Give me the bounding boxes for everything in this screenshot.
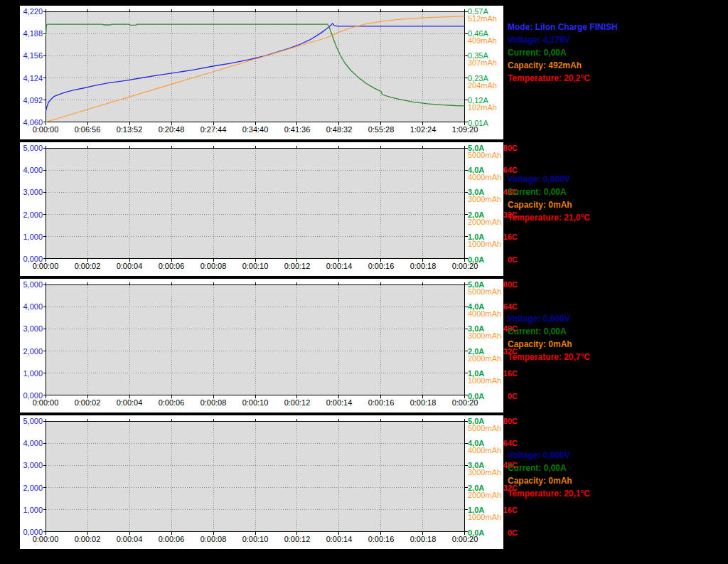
capacity-axis-label: 5000mAh <box>468 151 501 159</box>
y-axis-label: 4,092 <box>21 97 43 105</box>
legend-line: Current: 0,00A <box>508 325 590 338</box>
x-axis-label: 0:13:52 <box>108 126 151 134</box>
capacity-axis-label: 2000mAh <box>468 491 501 499</box>
y-axis-label: 3,000 <box>21 462 43 469</box>
x-axis-label: 0:00:10 <box>234 536 277 543</box>
capacity-axis-label: 2000mAh <box>468 218 501 226</box>
x-axis-label: 0:48:32 <box>318 126 360 134</box>
x-axis-label: 0:06:56 <box>66 126 109 134</box>
x-axis-label: 0:00:10 <box>234 399 277 407</box>
capacity-axis-label: 4000mAh <box>468 310 501 318</box>
legend-line: Capacity: 0mAh <box>508 198 590 211</box>
temp-axis-label: 0C <box>468 256 518 264</box>
y-axis-label: 4,000 <box>21 440 43 447</box>
legend-line: Capacity: 492mAh <box>508 59 618 72</box>
y-axis-label: 4,156 <box>21 52 43 60</box>
y-axis-label: 4,000 <box>21 166 43 174</box>
x-axis-label: 0:27:44 <box>192 126 235 134</box>
y-axis-label: 3,000 <box>21 325 43 333</box>
chart-panel-3: 5,0004,0003,0002,0001,0000,0000:00:000:0… <box>20 279 503 413</box>
capacity-axis-label: 5000mAh <box>468 288 501 296</box>
capacity-axis-label: 307mAh <box>468 59 497 67</box>
capacity-axis-label: 4000mAh <box>468 174 501 181</box>
chart-legend-1: Mode: LiIon Charge FINISHVoltage: 4,176V… <box>508 21 618 85</box>
y-axis-label: 3,000 <box>21 188 43 196</box>
x-axis-label: 0:00:16 <box>360 536 402 543</box>
capacity-axis-label: 1000mAh <box>468 240 501 248</box>
x-axis-label: 0:34:40 <box>234 126 277 134</box>
y-axis-label: 1,000 <box>21 370 43 378</box>
capacity-axis-label: 2000mAh <box>468 355 501 363</box>
chart-panel-1: 4,2204,1884,1564,1244,0924,0600:00:000:0… <box>20 6 503 139</box>
capacity-axis-label: 3000mAh <box>468 469 501 477</box>
legend-line: Voltage: 0,000V <box>508 449 590 462</box>
legend-line: Current: 0,00A <box>508 186 590 198</box>
x-axis-label: 0:00:12 <box>276 536 318 543</box>
legend-line: Voltage: 0,000V <box>508 312 590 325</box>
legend-line: Temperature: 21,0°C <box>508 211 590 224</box>
x-axis-label: 0:00:12 <box>276 262 318 270</box>
legend-line: Temperature: 20,1°C <box>508 487 590 500</box>
x-axis-label: 0:00:08 <box>192 536 235 543</box>
y-axis-label: 5,000 <box>21 281 43 289</box>
x-axis-label: 0:00:18 <box>402 399 444 407</box>
y-axis-label: 5,000 <box>21 144 43 152</box>
x-axis-label: 0:41:36 <box>276 126 318 134</box>
x-axis-label: 0:00:06 <box>150 399 193 407</box>
y-axis-label: 2,000 <box>21 211 43 219</box>
temp-axis-label: 0C <box>468 393 518 400</box>
x-axis-label: 0:00:08 <box>192 399 235 407</box>
legend-line: Capacity: 0mAh <box>508 338 590 351</box>
capacity-axis-label: 3000mAh <box>468 196 501 203</box>
x-axis-label: 0:00:02 <box>66 399 109 407</box>
x-axis-label: 0:00:00 <box>24 262 67 270</box>
capacity-axis-label: 5000mAh <box>468 425 501 432</box>
y-axis-label: 5,000 <box>21 417 43 425</box>
y-axis-label: 4,220 <box>21 8 43 16</box>
capacity-axis-label: 1000mAh <box>468 377 501 385</box>
x-axis-label: 0:00:18 <box>402 536 444 543</box>
capacity-axis-label: 1000mAh <box>468 514 501 521</box>
legend-line: Mode: LiIon Charge FINISH <box>508 21 618 33</box>
current-axis-label: 0,01A <box>468 119 488 127</box>
capacity-axis-label: 3000mAh <box>468 332 501 340</box>
x-axis-label: 0:20:48 <box>150 126 193 134</box>
x-axis-label: 0:00:00 <box>24 536 67 543</box>
y-axis-label: 1,000 <box>21 506 43 514</box>
capacity-axis-label: 512mAh <box>468 15 497 23</box>
chart-legend-2: Voltage: 0,000VCurrent: 0,00ACapacity: 0… <box>508 173 590 224</box>
legend-line: Capacity: 0mAh <box>508 474 590 487</box>
x-axis-label: 0:00:00 <box>24 399 67 407</box>
y-axis-label: 4,124 <box>21 75 43 83</box>
x-axis-label: 0:00:04 <box>108 399 151 407</box>
chart-panel-4: 5,0004,0003,0002,0001,0000,0000:00:000:0… <box>20 415 503 549</box>
capacity-axis-label: 102mAh <box>468 104 497 112</box>
chart-legend-4: Voltage: 0,000VCurrent: 0,00ACapacity: 0… <box>508 449 590 500</box>
y-axis-label: 2,000 <box>21 348 43 356</box>
y-axis-label: 1,000 <box>21 233 43 241</box>
x-axis-label: 0:00:10 <box>234 262 277 270</box>
x-axis-label: 0:00:14 <box>318 262 360 270</box>
chart-legend-3: Voltage: 0,000VCurrent: 0,00ACapacity: 0… <box>508 312 590 363</box>
chart-canvas <box>41 280 469 401</box>
chart-panel-2: 5,0004,0003,0002,0001,0000,0000:00:000:0… <box>20 142 503 276</box>
capacity-axis-label: 4000mAh <box>468 447 501 454</box>
capacity-axis-label: 204mAh <box>468 82 497 90</box>
x-axis-label: 0:00:02 <box>66 536 109 543</box>
x-axis-label: 0:00:12 <box>276 399 318 407</box>
legend-line: Temperature: 20,7°C <box>508 351 590 363</box>
x-axis-label: 0:00:16 <box>360 262 402 270</box>
x-axis-label: 0:00:14 <box>318 399 360 407</box>
capacity-axis-label: 409mAh <box>468 37 497 45</box>
x-axis-label: 0:00:06 <box>150 262 193 270</box>
x-axis-label: 0:00:02 <box>66 262 109 270</box>
legend-line: Voltage: 4,176V <box>508 33 618 46</box>
chart-canvas <box>41 144 469 265</box>
x-axis-label: 0:00:00 <box>24 126 67 134</box>
y-axis-label: 4,000 <box>21 303 43 311</box>
x-axis-label: 0:55:28 <box>360 126 402 134</box>
legend-line: Voltage: 0,000V <box>508 173 590 186</box>
y-axis-label: 4,188 <box>21 30 43 38</box>
legend-line: Current: 0,00A <box>508 462 590 474</box>
y-axis-label: 2,000 <box>21 484 43 492</box>
